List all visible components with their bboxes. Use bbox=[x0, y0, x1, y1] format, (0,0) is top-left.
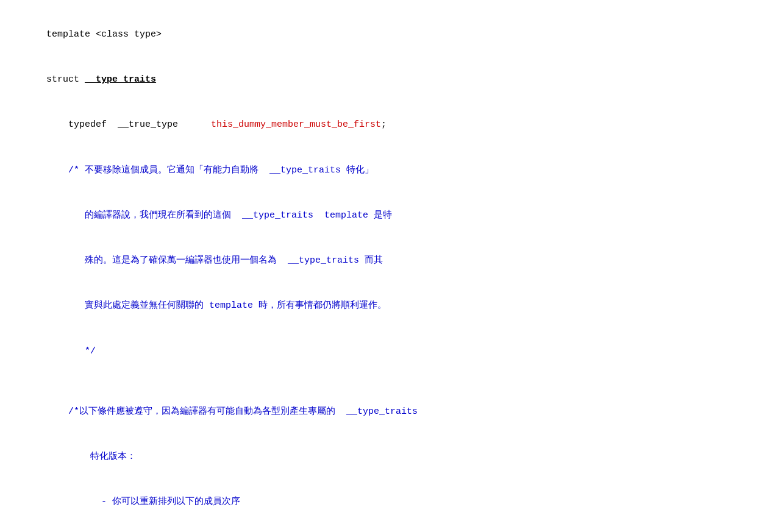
comment-line-2: 的編譯器說，我們現在所看到的這個 __type_traits template … bbox=[24, 193, 735, 238]
comment-2-2: 特化版本： bbox=[46, 452, 136, 462]
comment-1-2: 的編譯器說，我們現在所看到的這個 __type_traits template … bbox=[46, 210, 392, 221]
dummy-member-name: this_dummy_member_must_be_first bbox=[211, 119, 381, 130]
comment2-line-4: - 你可以移除以下任何成員 bbox=[24, 525, 735, 533]
comment2-line-2: 特化版本： bbox=[24, 434, 735, 480]
comment-1-1: /* 不要移除這個成員。它通知「有能力自動將 __type_traits 特化」 bbox=[46, 165, 374, 176]
comment-line-3: 殊的。這是為了確保萬一編譯器也使用一個名為 __type_traits 而其 bbox=[24, 238, 735, 283]
comment2-line-3: - 你可以重新排列以下的成員次序 bbox=[24, 480, 735, 525]
template-keyword: template <class type> bbox=[46, 29, 162, 40]
comment-2-3: - 你可以重新排列以下的成員次序 bbox=[46, 497, 240, 507]
comment-line-4: 實與此處定義並無任何關聯的 template 時，所有事情都仍將順利運作。 bbox=[24, 284, 735, 329]
type-traits-struct-name: __type_traits bbox=[85, 74, 156, 85]
semicolon-1: ; bbox=[381, 119, 387, 130]
code-block: template <class type> struct __type_trai… bbox=[24, 12, 735, 532]
comment-1-4: 實與此處定義並無任何關聯的 template 時，所有事情都仍將順利運作。 bbox=[46, 300, 387, 311]
blank-line-1 bbox=[24, 374, 735, 389]
code-line-3: typedef __true_type this_dummy_member_mu… bbox=[24, 103, 735, 148]
code-line-1: template <class type> bbox=[24, 12, 735, 57]
comment-2-1: /*以下條件應被遵守，因為編譯器有可能自動為各型別產生專屬的 __type_tr… bbox=[46, 406, 418, 417]
comment2-line-1: /*以下條件應被遵守，因為編譯器有可能自動為各型別產生專屬的 __type_tr… bbox=[24, 389, 735, 434]
comment-1-5: */ bbox=[46, 346, 96, 356]
comment-1-3: 殊的。這是為了確保萬一編譯器也使用一個名為 __type_traits 而其 bbox=[46, 255, 383, 266]
comment-line-5: */ bbox=[24, 329, 735, 374]
typedef-true-type: typedef __true_type bbox=[46, 119, 211, 130]
code-line-2: struct __type_traits bbox=[24, 57, 735, 102]
struct-keyword: struct bbox=[46, 74, 85, 85]
comment-line-1: /* 不要移除這個成員。它通知「有能力自動將 __type_traits 特化」 bbox=[24, 148, 735, 193]
